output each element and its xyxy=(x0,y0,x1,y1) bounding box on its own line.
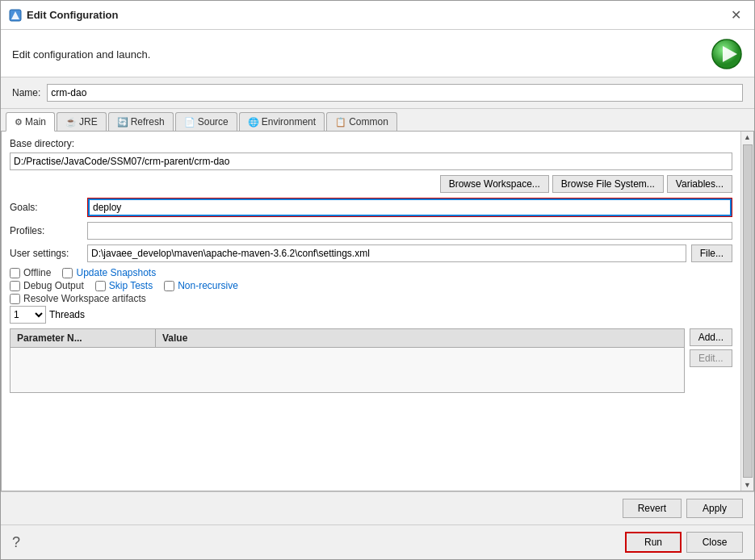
environment-tab-icon: 🌐 xyxy=(248,117,259,127)
skip-tests-checkbox[interactable] xyxy=(95,281,106,291)
browse-filesystem-button[interactable]: Browse File System... xyxy=(552,175,664,193)
table-section: Parameter N... Value Add... Edit... xyxy=(10,328,732,393)
base-dir-input[interactable] xyxy=(10,153,732,170)
name-input[interactable] xyxy=(47,84,743,102)
tab-common-label: Common xyxy=(349,116,388,127)
title-bar: Edit Configuration ✕ xyxy=(1,1,754,30)
user-settings-row: User settings: File... xyxy=(10,244,732,262)
scroll-down-arrow[interactable]: ▼ xyxy=(744,479,751,491)
dialog-title: Edit Configuration xyxy=(27,9,118,21)
scroll-up-arrow[interactable]: ▲ xyxy=(744,132,751,143)
resolve-workspace-checkbox[interactable] xyxy=(10,294,20,304)
goals-input[interactable] xyxy=(88,199,732,216)
checkbox-row-2: Debug Output Skip Tests Non-recursive xyxy=(10,280,732,291)
offline-label: Offline xyxy=(23,267,51,278)
footer-bar: ? Run Close xyxy=(1,524,754,559)
non-recursive-checkbox-item[interactable]: Non-recursive xyxy=(164,280,238,291)
resolve-workspace-label: Resolve Workspace artifacts xyxy=(23,293,146,304)
refresh-tab-icon: 🔄 xyxy=(117,117,128,127)
add-button[interactable]: Add... xyxy=(690,328,732,346)
main-content: ⚙ Main ☕ JRE 🔄 Refresh 📄 Source 🌐 Enviro… xyxy=(1,109,754,491)
common-tab-icon: 📋 xyxy=(335,117,346,127)
close-title-button[interactable]: ✕ xyxy=(726,7,746,23)
browse-row: Browse Workspace... Browse File System..… xyxy=(10,175,732,193)
profiles-label: Profiles: xyxy=(10,225,82,236)
update-snapshots-label: Update Snapshots xyxy=(76,267,156,278)
debug-output-checkbox[interactable] xyxy=(10,281,20,291)
profiles-row: Profiles: xyxy=(10,222,732,240)
close-button[interactable]: Close xyxy=(686,532,743,553)
tab-environment[interactable]: 🌐 Environment xyxy=(239,112,325,131)
help-icon[interactable]: ? xyxy=(12,534,20,551)
run-button[interactable]: Run xyxy=(625,532,682,553)
checkbox-row-1: Offline Update Snapshots xyxy=(10,267,732,278)
header-section: Edit configuration and launch. xyxy=(1,30,754,77)
checkbox-row-3: Resolve Workspace artifacts xyxy=(10,293,732,304)
bottom-bar: Revert Apply xyxy=(1,491,754,524)
threads-row: 1 2 4 Threads xyxy=(10,306,732,324)
name-row: Name: xyxy=(1,77,754,109)
parameters-table: Parameter N... Value xyxy=(10,328,685,393)
edit-configuration-dialog: Edit Configuration ✕ Edit configuration … xyxy=(0,0,755,560)
skip-tests-checkbox-item[interactable]: Skip Tests xyxy=(95,280,153,291)
main-tab-icon: ⚙ xyxy=(15,117,23,127)
apply-button[interactable]: Apply xyxy=(686,499,743,518)
tab-jre-label: JRE xyxy=(79,116,98,127)
revert-button[interactable]: Revert xyxy=(623,499,682,518)
non-recursive-label: Non-recursive xyxy=(178,280,238,291)
table-buttons: Add... Edit... xyxy=(690,328,732,393)
tab-main-label: Main xyxy=(25,116,46,127)
profiles-input[interactable] xyxy=(87,222,732,240)
table-body xyxy=(10,348,684,392)
debug-output-label: Debug Output xyxy=(23,280,84,291)
header-text: Edit configuration and launch. xyxy=(12,48,150,61)
debug-output-checkbox-item[interactable]: Debug Output xyxy=(10,280,84,291)
tab-jre[interactable]: ☕ JRE xyxy=(57,112,107,131)
edit-button[interactable]: Edit... xyxy=(690,349,732,367)
resolve-workspace-checkbox-item[interactable]: Resolve Workspace artifacts xyxy=(10,293,146,304)
goals-label: Goals: xyxy=(10,202,82,213)
tab-refresh-label: Refresh xyxy=(131,116,165,127)
base-dir-label: Base directory: xyxy=(10,138,732,149)
tabs-bar: ⚙ Main ☕ JRE 🔄 Refresh 📄 Source 🌐 Enviro… xyxy=(1,109,754,132)
tab-source[interactable]: 📄 Source xyxy=(175,112,237,131)
variables-button[interactable]: Variables... xyxy=(667,175,732,193)
tab-refresh[interactable]: 🔄 Refresh xyxy=(108,112,174,131)
tab-environment-label: Environment xyxy=(262,116,316,127)
update-snapshots-checkbox-item[interactable]: Update Snapshots xyxy=(62,267,156,278)
tab-source-label: Source xyxy=(198,116,229,127)
threads-label: Threads xyxy=(49,309,85,320)
goals-row: Goals: xyxy=(10,198,732,217)
table-header: Parameter N... Value xyxy=(10,329,684,348)
skip-tests-label: Skip Tests xyxy=(109,280,153,291)
footer-right-buttons: Run Close xyxy=(625,532,743,553)
tab-common[interactable]: 📋 Common xyxy=(326,112,397,131)
main-panel: Base directory: Browse Workspace... Brow… xyxy=(1,132,754,491)
name-label: Name: xyxy=(12,87,40,98)
offline-checkbox-item[interactable]: Offline xyxy=(10,267,51,278)
scrollbar[interactable]: ▲ ▼ xyxy=(740,132,753,491)
threads-select[interactable]: 1 2 4 xyxy=(10,306,46,324)
offline-checkbox[interactable] xyxy=(10,268,20,278)
jre-tab-icon: ☕ xyxy=(65,117,77,127)
update-snapshots-checkbox[interactable] xyxy=(62,268,73,278)
scroll-thumb[interactable] xyxy=(743,144,753,478)
user-settings-input[interactable] xyxy=(87,244,686,262)
tab-main[interactable]: ⚙ Main xyxy=(6,112,55,132)
param-name-col: Parameter N... xyxy=(10,329,156,347)
source-tab-icon: 📄 xyxy=(184,117,195,127)
browse-workspace-button[interactable]: Browse Workspace... xyxy=(440,175,549,193)
file-button[interactable]: File... xyxy=(691,244,732,262)
non-recursive-checkbox[interactable] xyxy=(164,281,174,291)
run-icon xyxy=(711,38,743,70)
dialog-icon xyxy=(9,9,22,22)
user-settings-label: User settings: xyxy=(10,248,82,259)
value-col: Value xyxy=(156,329,684,347)
base-dir-row xyxy=(10,153,732,170)
